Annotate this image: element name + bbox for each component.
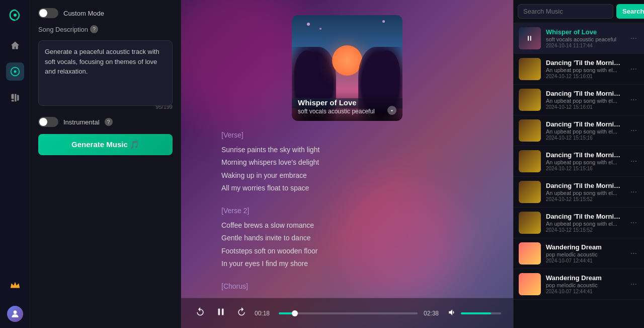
song-list-item[interactable]: Wandering Dream pop melodic acoustic 202… [514,238,644,269]
lyrics-line: Sunrise paints the sky with light [221,144,473,156]
song-info: Dancing 'Til the Mornin... An upbeat pop… [546,120,623,141]
lyrics-line: In your eyes I find my shore [221,257,473,270]
song-more-button[interactable]: ··· [628,216,639,229]
icon-sidebar [0,0,30,328]
lyrics-tag: [Verse 2] [221,205,473,217]
song-list-item[interactable]: Dancing 'Til the Mornin... An upbeat pop… [514,115,644,146]
song-date: 2024-10-12 15:15:16 [546,135,623,141]
volume-fill [461,312,491,314]
song-title: Dancing 'Til the Mornin... [546,90,623,97]
song-info: Dancing 'Til the Mornin... An upbeat pop… [546,213,623,233]
app-logo [6,6,24,24]
song-description: pop melodic acoustic [546,251,623,257]
song-more-button[interactable]: ··· [628,32,639,45]
song-title: Dancing 'Til the Mornin... [546,213,623,220]
lyrics-tag: [Chorus] [221,280,473,293]
song-date: 2024-10-12 15:16:01 [546,74,623,79]
instrumental-label: Instrumental [63,118,100,126]
instrumental-row: Instrumental ? [38,117,173,127]
lyrics-section: [Verse]Sunrise paints the sky with light… [221,129,473,298]
song-thumbnail [519,273,541,295]
sidebar-item-avatar[interactable] [7,306,23,322]
album-tags: soft vocals acoustic peaceful [298,108,396,115]
progress-fill [279,312,295,314]
svg-rect-9 [218,309,220,315]
instrumental-toggle[interactable] [38,117,58,127]
volume-bar[interactable] [461,312,501,314]
song-date: 2024-10-12 15:16:01 [546,104,623,110]
lyrics-line: All my worries float to space [221,182,473,194]
custom-mode-row: Custom Mode [38,8,173,18]
search-button[interactable]: Search [616,4,644,19]
song-description: An upbeat pop song with el... [546,98,623,104]
song-info: Dancing 'Til the Mornin... An upbeat pop… [546,182,623,202]
song-thumbnail [519,212,541,234]
song-more-button[interactable]: ··· [628,62,639,76]
song-date: 2024-10-14 11:17:44 [546,43,623,48]
song-list-item[interactable]: Whisper of Love soft vocals acoustic pea… [514,23,644,54]
song-date: 2024-10-12 15:15:16 [546,166,623,171]
custom-mode-toggle[interactable] [38,8,58,18]
song-more-button[interactable]: ··· [628,93,639,106]
progress-bar[interactable] [279,312,418,314]
sidebar-item-crown[interactable] [6,276,24,294]
song-list-item[interactable]: Dancing 'Til the Mornin... An upbeat pop… [514,146,644,177]
song-title: Dancing 'Til the Mornin... [546,120,623,128]
sidebar-item-library[interactable] [6,89,24,107]
song-date: 2024-10-07 12:44:41 [546,258,623,264]
song-date: 2024-10-12 15:15:52 [546,196,623,202]
song-more-button[interactable]: ··· [628,185,639,199]
song-description: An upbeat pop song with el... [546,221,623,227]
generate-button[interactable]: Generate Music 🎵 [38,134,173,155]
album-title: Whisper of Love [298,98,396,107]
song-thumbnail [519,181,541,203]
song-more-button[interactable]: ··· [628,155,639,168]
rewind-button[interactable] [193,305,207,321]
current-time: 00:18 [255,310,273,317]
song-title: Dancing 'Til the Mornin... [546,59,623,67]
song-list-item[interactable]: Dancing 'Til the Mornin... An upbeat pop… [514,54,644,85]
svg-point-2 [14,71,16,73]
song-title: Whisper of Love [546,28,623,36]
song-info: Wandering Dream pop melodic acoustic 202… [546,274,623,294]
main-scroll-area[interactable]: Whisper of Love soft vocals acoustic pea… [181,0,513,298]
song-more-button[interactable]: ··· [628,124,639,137]
song-more-button[interactable]: ··· [628,247,639,260]
song-list-item[interactable]: Wandering Dream pop melodic acoustic 202… [514,269,644,300]
song-list: Whisper of Love soft vocals acoustic pea… [514,23,644,328]
play-pause-button[interactable] [213,304,228,322]
instrumental-help-icon[interactable]: ? [105,118,113,126]
song-list-item[interactable]: Dancing 'Til the Mornin... An upbeat pop… [514,85,644,115]
song-thumbnail [519,89,541,111]
lyrics-line: Coffee brews a slow romance [221,219,473,232]
main-content: Whisper of Love soft vocals acoustic pea… [181,0,513,328]
svg-point-3 [13,310,17,314]
song-title: Wandering Dream [546,243,623,251]
lyrics-block: [Verse 2]Coffee brews a slow romanceGent… [221,205,473,270]
song-description-help-icon[interactable]: ? [90,25,98,33]
volume-section [448,308,501,319]
volume-icon [448,308,457,319]
song-date: 2024-10-12 15:15:52 [546,227,623,233]
song-more-button[interactable]: ··· [628,278,639,291]
song-thumbnail [519,119,541,142]
progress-thumb [292,310,298,316]
forward-button[interactable] [234,305,249,321]
song-thumbnail [519,242,541,265]
sidebar-item-music[interactable] [6,62,24,81]
lyrics-block: [Chorus]Peaceful dreams with you my dear… [221,280,473,298]
lyrics-block: [Verse]Sunrise paints the sky with light… [221,129,473,194]
song-title: Dancing 'Til the Mornin... [546,182,623,189]
song-list-item[interactable]: Dancing 'Til the Mornin... An upbeat pop… [514,208,644,238]
song-list-item[interactable]: Dancing 'Til the Mornin... An upbeat pop… [514,177,644,208]
search-bar: Search [514,0,644,23]
song-info: Whisper of Love soft vocals acoustic pea… [546,28,623,48]
svg-rect-12 [530,36,531,40]
song-description-label: Song Description [38,26,88,33]
svg-rect-10 [222,309,224,315]
search-input[interactable] [518,4,613,19]
song-description-input[interactable]: Generate a peaceful acoustic track with … [38,40,173,106]
right-sidebar: Search Whisper of Love soft vocals acous… [513,0,644,328]
sidebar-item-home[interactable] [6,36,24,54]
song-info: Wandering Dream pop melodic acoustic 202… [546,243,623,264]
